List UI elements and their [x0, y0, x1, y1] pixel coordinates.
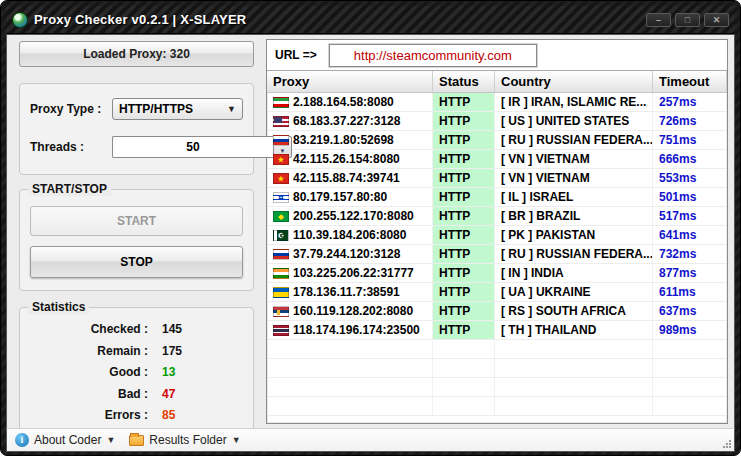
- country-flag-icon: [273, 97, 289, 108]
- country-cell[interactable]: [ PK ] PAKISTAN: [495, 226, 653, 244]
- proxy-address: 68.183.37.227:3128: [293, 114, 400, 128]
- loaded-proxy-button[interactable]: Loaded Proxy: 320: [19, 41, 254, 67]
- table-row[interactable]: 2.188.164.58:8080HTTP[ IR ] IRAN, ISLAMI…: [267, 93, 727, 112]
- proxy-cell[interactable]: 2.188.164.58:8080: [267, 93, 433, 111]
- table-row[interactable]: 160.119.128.202:8080HTTP[ RS ] SOUTH AFR…: [267, 302, 727, 321]
- status-cell[interactable]: HTTP: [433, 226, 495, 244]
- country-flag-icon: [273, 116, 289, 127]
- status-cell[interactable]: HTTP: [433, 188, 495, 206]
- proxy-cell[interactable]: 103.225.206.22:31777: [267, 264, 433, 282]
- country-cell[interactable]: [ UA ] UKRAINE: [495, 283, 653, 301]
- country-cell[interactable]: [ RS ] SOUTH AFRICA: [495, 302, 653, 320]
- header-status[interactable]: Status: [433, 71, 495, 92]
- proxy-cell[interactable]: ☪110.39.184.206:8080: [267, 226, 433, 244]
- table-row[interactable]: ★42.115.88.74:39741HTTP[ VN ] VIETNAM553…: [267, 169, 727, 188]
- timeout-cell[interactable]: 989ms: [653, 321, 727, 339]
- timeout-cell[interactable]: 611ms: [653, 283, 727, 301]
- timeout-cell[interactable]: 726ms: [653, 112, 727, 130]
- header-proxy[interactable]: Proxy: [267, 71, 433, 92]
- country-cell[interactable]: [ TH ] THAILAND: [495, 321, 653, 339]
- empty-table-row: [267, 378, 727, 397]
- about-coder-label: About Coder: [34, 433, 101, 447]
- maximize-button[interactable]: □: [675, 13, 700, 27]
- timeout-cell[interactable]: 553ms: [653, 169, 727, 187]
- stat-value: 145: [162, 322, 182, 336]
- proxy-cell[interactable]: 118.174.196.174:23500: [267, 321, 433, 339]
- header-country[interactable]: Country: [495, 71, 653, 92]
- threads-input[interactable]: [112, 136, 273, 158]
- status-cell[interactable]: HTTP: [433, 245, 495, 263]
- proxy-type-select[interactable]: HTTP/HTTPS ▼: [112, 98, 243, 120]
- timeout-cell[interactable]: 751ms: [653, 131, 727, 149]
- minimize-button[interactable]: –: [646, 13, 671, 27]
- table-row[interactable]: 68.183.37.227:3128HTTP[ US ] UNITED STAT…: [267, 112, 727, 131]
- proxy-cell[interactable]: 160.119.128.202:8080: [267, 302, 433, 320]
- status-cell[interactable]: HTTP: [433, 131, 495, 149]
- table-row[interactable]: ★42.115.26.154:8080HTTP[ VN ] VIETNAM666…: [267, 150, 727, 169]
- stop-button[interactable]: STOP: [30, 246, 243, 278]
- table-row[interactable]: 37.79.244.120:3128HTTP[ RU ] RUSSIAN FED…: [267, 245, 727, 264]
- status-cell[interactable]: HTTP: [433, 150, 495, 168]
- country-cell[interactable]: [ BR ] BRAZIL: [495, 207, 653, 225]
- proxy-type-label: Proxy Type :: [30, 102, 112, 116]
- country-cell[interactable]: [ IL ] ISRAEL: [495, 188, 653, 206]
- proxy-address: 200.255.122.170:8080: [293, 209, 414, 223]
- proxy-cell[interactable]: ◆200.255.122.170:8080: [267, 207, 433, 225]
- table-row[interactable]: ✡80.179.157.80:80HTTP[ IL ] ISRAEL501ms: [267, 188, 727, 207]
- status-cell[interactable]: HTTP: [433, 302, 495, 320]
- stat-label: Good :: [30, 365, 148, 379]
- table-row[interactable]: 83.219.1.80:52698HTTP[ RU ] RUSSIAN FEDE…: [267, 131, 727, 150]
- results-panel: URL => Proxy Status Country Timeout 2.18…: [266, 39, 728, 424]
- country-cell[interactable]: [ IR ] IRAN, ISLAMIC RE...: [495, 93, 653, 111]
- country-flag-icon: [273, 325, 289, 336]
- proxy-address: 103.225.206.22:31777: [293, 266, 414, 280]
- app-window: Proxy Checker v0.2.1 | X-SLAYER – □ ✕ Lo…: [0, 0, 741, 456]
- results-folder-button[interactable]: Results Folder ▼: [129, 433, 240, 447]
- country-flag-icon: [273, 287, 289, 298]
- window-body: Loaded Proxy: 320 Proxy Type : HTTP/HTTP…: [6, 34, 735, 428]
- timeout-cell[interactable]: 877ms: [653, 264, 727, 282]
- proxy-cell[interactable]: ★42.115.88.74:39741: [267, 169, 433, 187]
- table-row[interactable]: ☪110.39.184.206:8080HTTP[ PK ] PAKISTAN6…: [267, 226, 727, 245]
- timeout-cell[interactable]: 257ms: [653, 93, 727, 111]
- timeout-cell[interactable]: 517ms: [653, 207, 727, 225]
- stat-row: Errors :85: [30, 408, 243, 422]
- about-coder-button[interactable]: i About Coder ▼: [15, 433, 115, 447]
- window-title: Proxy Checker v0.2.1 | X-SLAYER: [34, 12, 246, 27]
- start-button[interactable]: START: [30, 206, 243, 236]
- country-cell[interactable]: [ US ] UNITED STATES: [495, 112, 653, 130]
- proxy-cell[interactable]: 37.79.244.120:3128: [267, 245, 433, 263]
- timeout-cell[interactable]: 641ms: [653, 226, 727, 244]
- status-cell[interactable]: HTTP: [433, 264, 495, 282]
- timeout-cell[interactable]: 637ms: [653, 302, 727, 320]
- table-row[interactable]: 103.225.206.22:31777HTTP[ IN ] INDIA877m…: [267, 264, 727, 283]
- table-row[interactable]: ◆200.255.122.170:8080HTTP[ BR ] BRAZIL51…: [267, 207, 727, 226]
- url-input[interactable]: [329, 44, 537, 67]
- status-cell[interactable]: HTTP: [433, 112, 495, 130]
- status-cell[interactable]: HTTP: [433, 207, 495, 225]
- status-cell[interactable]: HTTP: [433, 169, 495, 187]
- proxy-cell[interactable]: 68.183.37.227:3128: [267, 112, 433, 130]
- country-cell[interactable]: [ RU ] RUSSIAN FEDERA...: [495, 131, 653, 149]
- stat-value: 13: [162, 365, 175, 379]
- country-cell[interactable]: [ VN ] VIETNAM: [495, 169, 653, 187]
- close-button[interactable]: ✕: [704, 13, 729, 27]
- country-cell[interactable]: [ VN ] VIETNAM: [495, 150, 653, 168]
- country-cell[interactable]: [ RU ] RUSSIAN FEDERA...: [495, 245, 653, 263]
- status-cell[interactable]: HTTP: [433, 93, 495, 111]
- resize-grip[interactable]: [722, 439, 731, 448]
- table-row[interactable]: 178.136.11.7:38591HTTP[ UA ] UKRAINE611m…: [267, 283, 727, 302]
- status-cell[interactable]: HTTP: [433, 283, 495, 301]
- timeout-cell[interactable]: 666ms: [653, 150, 727, 168]
- info-icon: i: [15, 433, 29, 447]
- url-bar: URL =>: [267, 40, 727, 70]
- country-cell[interactable]: [ IN ] INDIA: [495, 264, 653, 282]
- table-row[interactable]: 118.174.196.174:23500HTTP[ TH ] THAILAND…: [267, 321, 727, 340]
- header-timeout[interactable]: Timeout: [653, 71, 727, 92]
- status-cell[interactable]: HTTP: [433, 321, 495, 339]
- country-flag-icon: [273, 268, 289, 279]
- timeout-cell[interactable]: 501ms: [653, 188, 727, 206]
- proxy-cell[interactable]: 178.136.11.7:38591: [267, 283, 433, 301]
- proxy-cell[interactable]: ✡80.179.157.80:80: [267, 188, 433, 206]
- timeout-cell[interactable]: 732ms: [653, 245, 727, 263]
